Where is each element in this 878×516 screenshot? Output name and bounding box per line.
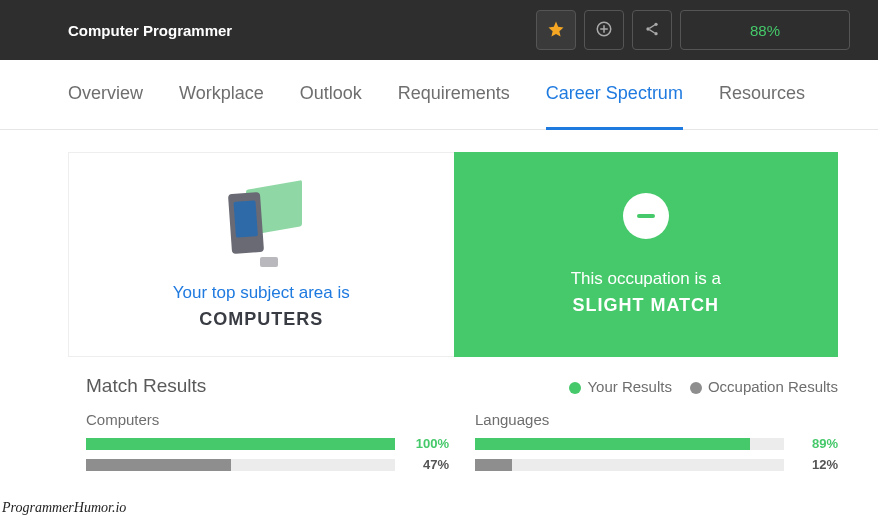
occupation-value: 47% xyxy=(405,457,449,472)
page-title: Computer Programmer xyxy=(68,22,536,39)
star-icon xyxy=(547,20,565,41)
bar-group-languages: Languages89%12% xyxy=(475,411,838,478)
legend-occupation: Occupation Results xyxy=(690,378,838,395)
match-card: This occupation is a SLIGHT MATCH xyxy=(454,152,839,357)
plus-circle-icon xyxy=(595,20,613,41)
occupation-value: 12% xyxy=(794,457,838,472)
tab-workplace[interactable]: Workplace xyxy=(179,60,264,130)
legend-your: Your Results xyxy=(569,378,672,395)
subject-line2: COMPUTERS xyxy=(199,309,323,330)
share-icon xyxy=(644,21,660,40)
tabs: OverviewWorkplaceOutlookRequirementsCare… xyxy=(0,60,878,130)
favorite-button[interactable] xyxy=(536,10,576,50)
results-title: Match Results xyxy=(68,375,569,397)
share-button[interactable] xyxy=(632,10,672,50)
occupation-bar: 12% xyxy=(475,457,838,472)
watermark: ProgrammerHumor.io xyxy=(2,500,126,516)
add-button[interactable] xyxy=(584,10,624,50)
your-bar: 100% xyxy=(86,436,449,451)
tab-requirements[interactable]: Requirements xyxy=(398,60,510,130)
tab-outlook[interactable]: Outlook xyxy=(300,60,362,130)
your-bar: 89% xyxy=(475,436,838,451)
tab-overview[interactable]: Overview xyxy=(68,60,143,130)
occupation-bar: 47% xyxy=(86,457,449,472)
match-percentage[interactable]: 88% xyxy=(680,10,850,50)
bar-label: Computers xyxy=(86,411,449,428)
minus-circle-icon xyxy=(623,193,669,239)
your-value: 89% xyxy=(794,436,838,451)
your-value: 100% xyxy=(405,436,449,451)
bar-group-computers: Computers100%47% xyxy=(86,411,449,478)
match-line1: This occupation is a xyxy=(571,269,721,289)
match-line2: SLIGHT MATCH xyxy=(572,295,719,316)
tab-resources[interactable]: Resources xyxy=(719,60,805,130)
computer-devices-icon xyxy=(216,179,306,269)
subject-card: Your top subject area is COMPUTERS xyxy=(68,152,454,357)
subject-line1: Your top subject area is xyxy=(173,283,350,303)
tab-career-spectrum[interactable]: Career Spectrum xyxy=(546,60,683,130)
bar-label: Languages xyxy=(475,411,838,428)
